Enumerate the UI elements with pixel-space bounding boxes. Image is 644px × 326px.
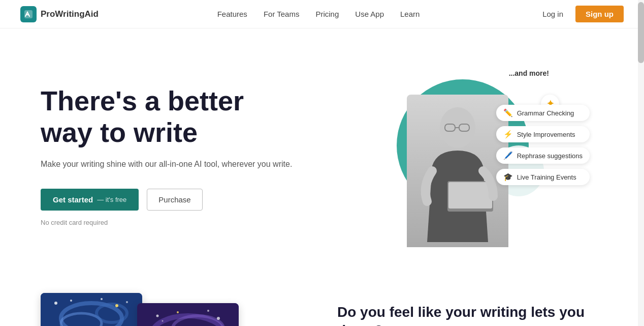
svg-point-15 [101, 298, 103, 300]
svg-point-23 [162, 320, 164, 322]
nav-pricing[interactable]: Pricing [315, 10, 339, 18]
style-icon: ⚡ [503, 130, 513, 139]
hero-right: ...and more! ✦ ✏️ Grammar Checking ⚡ Sty… [322, 59, 603, 252]
pill-rephrase: 🖊️ Rephrase suggestions [496, 147, 590, 164]
svg-point-20 [177, 311, 179, 313]
hero-subtitle: Make your writing shine with our all-in-… [41, 158, 322, 170]
pill-grammar: ✏️ Grammar Checking [496, 105, 590, 121]
svg-point-12 [70, 300, 72, 302]
nav-features[interactable]: Features [217, 10, 247, 18]
nav-for-teams[interactable]: For Teams [264, 10, 300, 18]
svg-point-11 [54, 302, 57, 305]
section2: → My idea in my hea [0, 273, 644, 326]
navbar: ProWritingAid Features For Teams Pricing… [0, 0, 644, 28]
pill-training: 🎓 Live Training Events [496, 169, 590, 185]
grammar-icon: ✏️ [503, 108, 513, 117]
nav-learn[interactable]: Learn [400, 10, 420, 18]
nav-actions: Log in Sign up [538, 6, 624, 22]
purchase-button[interactable]: Purchase [147, 189, 202, 211]
training-icon: 🎓 [503, 172, 513, 182]
hero-left: There's a better way to write Make your … [41, 85, 322, 226]
get-started-button[interactable]: Get started — it's free [41, 189, 139, 211]
hero-illustration: ...and more! ✦ ✏️ Grammar Checking ⚡ Sty… [376, 64, 549, 247]
artwork-stack: → My idea in my hea [41, 293, 213, 326]
svg-point-13 [115, 304, 118, 307]
rephrase-icon: 🖊️ [503, 151, 513, 160]
section2-left: → My idea in my hea [41, 293, 307, 326]
svg-point-14 [126, 301, 128, 303]
person-image [407, 95, 508, 247]
art-card-back [41, 293, 142, 326]
login-button[interactable]: Log in [538, 7, 567, 21]
hero-buttons: Get started — it's free Purchase [41, 189, 322, 211]
section2-title: Do you feel like your writing lets you d… [337, 303, 603, 326]
art-card-front: My idea in my head [137, 303, 239, 326]
svg-point-21 [217, 317, 220, 320]
logo-text: ProWritingAid [41, 9, 99, 19]
scrollbar[interactable] [638, 0, 644, 326]
logo-link[interactable]: ProWritingAid [20, 6, 99, 22]
section2-right: Do you feel like your writing lets you d… [337, 293, 603, 326]
svg-point-19 [156, 315, 159, 317]
no-credit-text: No credit card required [41, 219, 322, 226]
hero-section: There's a better way to write Make your … [0, 28, 644, 273]
and-more-label: ...and more! [509, 69, 549, 77]
feature-pills: ✏️ Grammar Checking ⚡ Style Improvements… [496, 105, 590, 185]
signup-button[interactable]: Sign up [575, 6, 624, 22]
nav-use-app[interactable]: Use App [355, 10, 384, 18]
svg-point-22 [207, 310, 209, 312]
svg-rect-6 [448, 182, 492, 209]
nav-links: Features For Teams Pricing Use App Learn [217, 10, 420, 19]
logo-icon [20, 6, 37, 22]
pill-style: ⚡ Style Improvements [496, 126, 590, 142]
scrollbar-thumb[interactable] [638, 2, 644, 63]
hero-title: There's a better way to write [41, 85, 322, 148]
